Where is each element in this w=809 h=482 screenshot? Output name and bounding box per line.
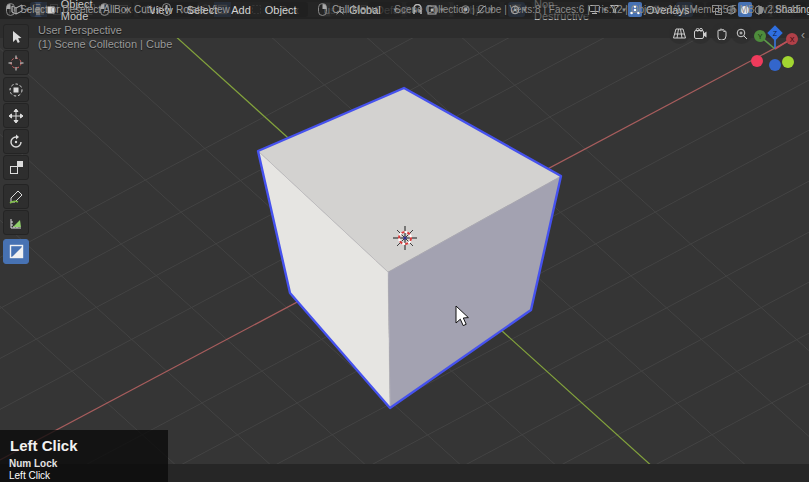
toggle-perspective-button[interactable]	[669, 23, 690, 44]
tool-boxcutter[interactable]	[3, 239, 29, 264]
screencast-key-main: Left Click	[10, 437, 78, 454]
keymap-rotate-view: Rotate View	[162, 0, 230, 18]
svg-text:Z: Z	[773, 30, 778, 37]
gizmo-axis-x-positive[interactable]: X	[786, 33, 798, 45]
screencast-key-history-2: Left Click	[9, 470, 50, 481]
pan-view-button[interactable]	[711, 23, 732, 44]
boxcutter-tool-icon	[9, 244, 24, 259]
gizmo-axis-z-positive[interactable]: Z	[767, 25, 783, 41]
viewport-3d[interactable]: ▾ Object Mode ▾ View Select Add Object G…	[0, 38, 809, 464]
camera-icon	[694, 28, 707, 39]
cursor-tool-icon	[8, 55, 24, 71]
perspective-grid-icon	[673, 28, 686, 39]
tool-rotate[interactable]	[3, 129, 29, 154]
svg-text:X: X	[790, 36, 795, 43]
mouse-left-drag-icon	[100, 3, 109, 16]
rotate-tool-icon	[8, 134, 24, 150]
axis-gizmo[interactable]: Y Z X	[745, 20, 807, 80]
active-object-label: (1) Scene Collection | Cube	[38, 38, 172, 50]
keymap-select: Select or Deselect All	[6, 0, 115, 18]
tool-transform[interactable]	[3, 77, 29, 102]
move-tool-icon	[8, 108, 24, 124]
camera-view-button[interactable]	[690, 23, 711, 44]
mouse-left-icon	[6, 3, 15, 16]
scale-tool-icon	[9, 160, 24, 175]
tool-move[interactable]	[3, 103, 29, 128]
viewport-scene	[0, 38, 809, 464]
annotate-pen-icon	[9, 189, 24, 204]
measure-ruler-icon	[9, 215, 24, 230]
gizmo-axis-y-negative[interactable]	[782, 56, 794, 68]
mouse-middle-icon	[162, 3, 171, 16]
transform-tool-icon	[8, 82, 24, 98]
screencast-keys-overlay: Left Click Num Lock Left Click	[0, 430, 168, 482]
scene-stats: Scene Collection | Cube | Verts:8 | Face…	[394, 0, 801, 18]
screencast-key-history-1: Num Lock	[9, 458, 57, 469]
statusbar-divider	[155, 3, 156, 15]
keymap-call-menu: Call Menu	[318, 0, 377, 18]
tool-measure[interactable]	[3, 210, 29, 235]
tool-cursor[interactable]	[3, 50, 29, 75]
tool-select-box[interactable]	[3, 24, 29, 49]
view-perspective-label: User Perspective	[38, 24, 122, 36]
menu-object[interactable]: Object	[258, 4, 304, 16]
tool-annotate[interactable]	[3, 184, 29, 209]
gizmo-axis-x-negative[interactable]	[751, 55, 763, 67]
select-arrow-icon	[10, 30, 23, 44]
gizmo-axis-y-positive[interactable]: Y	[754, 30, 766, 42]
hand-icon	[716, 28, 727, 40]
mouse-right-icon	[318, 3, 327, 16]
keymap-box-cutter: Box Cutter	[100, 0, 161, 18]
svg-text:Y: Y	[758, 33, 763, 40]
gizmo-axis-z-negative[interactable]	[769, 59, 781, 71]
sidebar-collapse-arrow[interactable]: ‹	[801, 28, 805, 42]
blender-window: { "colors": { "accent_blue": "#4772b3", …	[0, 0, 809, 482]
tool-scale[interactable]	[3, 155, 29, 180]
